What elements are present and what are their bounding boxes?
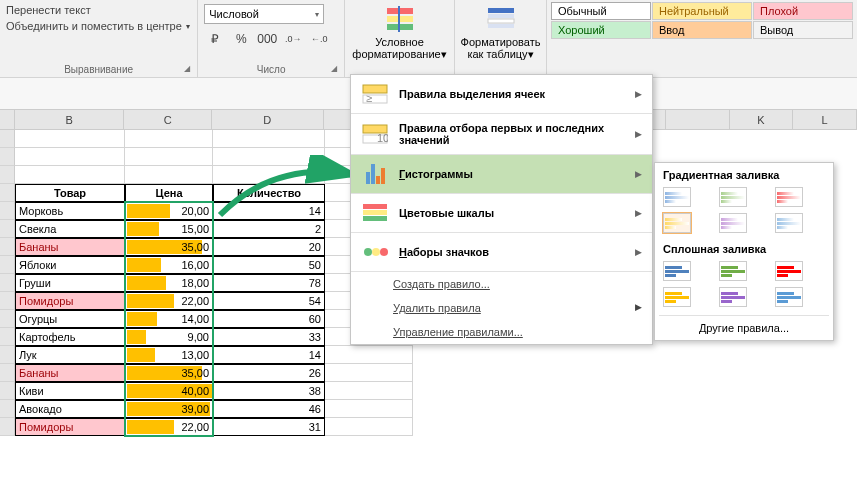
table-row[interactable]: Авокадо39,0046	[0, 400, 857, 418]
cell-product[interactable]: Киви	[15, 382, 125, 400]
col-header-b[interactable]: B	[15, 110, 124, 129]
cell-price[interactable]: 9,00	[125, 328, 213, 346]
other-rules-link[interactable]: Другие правила...	[659, 315, 829, 336]
databar-swatch[interactable]	[663, 187, 691, 207]
cell-price[interactable]: 39,00	[125, 400, 213, 418]
col-header-c[interactable]: C	[124, 110, 212, 129]
table-row[interactable]: Бананы35,0026	[0, 364, 857, 382]
comma-button[interactable]: 000	[256, 28, 278, 50]
table-row[interactable]: Лук13,0014	[0, 346, 857, 364]
cell-price[interactable]: 22,00	[125, 418, 213, 436]
databar-swatch[interactable]	[775, 261, 803, 281]
cell-qty[interactable]: 20	[213, 238, 325, 256]
conditional-formatting-menu: ≥ Правила выделения ячеек ▶ 10 Правила о…	[350, 74, 653, 345]
databar-swatch[interactable]	[775, 287, 803, 307]
cell-qty[interactable]: 26	[213, 364, 325, 382]
submenu-arrow-icon: ▶	[635, 169, 642, 179]
cf-highlight-label: Правила выделения ячеек	[399, 88, 625, 100]
databar-swatch[interactable]	[719, 261, 747, 281]
svg-rect-3	[398, 6, 400, 32]
cell-qty[interactable]: 38	[213, 382, 325, 400]
databar-swatch[interactable]	[663, 287, 691, 307]
cell-product[interactable]: Морковь	[15, 202, 125, 220]
submenu-arrow-icon: ▶	[635, 89, 642, 99]
style-normal[interactable]: Обычный	[551, 2, 651, 20]
currency-button[interactable]: ₽	[204, 28, 226, 50]
cell-product[interactable]: Огурцы	[15, 310, 125, 328]
cell-product[interactable]: Помидоры	[15, 418, 125, 436]
format-as-table-button[interactable]: Форматировать как таблицу▾	[461, 2, 540, 62]
col-header-j[interactable]	[666, 110, 730, 129]
databar-swatch[interactable]	[775, 213, 803, 233]
alignment-group-label: Выравнивание	[0, 64, 197, 75]
cell-qty[interactable]: 54	[213, 292, 325, 310]
alignment-dialog-launcher[interactable]: ◢	[184, 64, 194, 74]
merge-center-button[interactable]: Объединить и поместить в центре ▾	[6, 18, 191, 34]
table-row[interactable]: Помидоры22,0031	[0, 418, 857, 436]
conditional-formatting-button[interactable]: Условное форматирование▾	[351, 2, 448, 62]
number-dialog-launcher[interactable]: ◢	[331, 64, 341, 74]
databar-swatch[interactable]	[719, 213, 747, 233]
cell-price[interactable]: 13,00	[125, 346, 213, 364]
col-header-d[interactable]: D	[212, 110, 323, 129]
number-format-dropdown[interactable]: Числовой ▾	[204, 4, 324, 24]
increase-decimal-button[interactable]: .0→	[282, 28, 304, 50]
table-row[interactable]: Киви40,0038	[0, 382, 857, 400]
databar-swatch[interactable]	[719, 287, 747, 307]
cell-qty[interactable]: 14	[213, 202, 325, 220]
format-as-table-label: Форматировать как таблицу▾	[461, 36, 541, 60]
cf-data-bars[interactable]: Гистограммы ▶	[351, 154, 652, 193]
style-bad[interactable]: Плохой	[753, 2, 853, 20]
style-neutral[interactable]: Нейтральный	[652, 2, 752, 20]
cell-qty[interactable]: 2	[213, 220, 325, 238]
cf-color-scales[interactable]: Цветовые шкалы ▶	[351, 193, 652, 232]
svg-point-17	[364, 248, 372, 256]
cell-price[interactable]: 40,00	[125, 382, 213, 400]
cell-price[interactable]: 18,00	[125, 274, 213, 292]
databar-swatch[interactable]	[719, 187, 747, 207]
cell-price[interactable]: 35,00	[125, 238, 213, 256]
cell-product[interactable]: Бананы	[15, 238, 125, 256]
cell-price[interactable]: 16,00	[125, 256, 213, 274]
style-good[interactable]: Хороший	[551, 21, 651, 39]
cell-price[interactable]: 35,00	[125, 364, 213, 382]
conditional-formatting-label: Условное форматирование▾	[352, 36, 446, 60]
cell-qty[interactable]: 46	[213, 400, 325, 418]
cf-manage-rules[interactable]: Управление правилами...	[351, 320, 652, 344]
cell-price[interactable]: 14,00	[125, 310, 213, 328]
cf-highlight-cells[interactable]: ≥ Правила выделения ячеек ▶	[351, 75, 652, 113]
cell-qty[interactable]: 50	[213, 256, 325, 274]
cell-qty[interactable]: 14	[213, 346, 325, 364]
cell-product[interactable]: Бананы	[15, 364, 125, 382]
cell-product[interactable]: Груши	[15, 274, 125, 292]
cf-new-rule[interactable]: Создать правило...	[351, 271, 652, 296]
cell-product[interactable]: Помидоры	[15, 292, 125, 310]
col-header-k[interactable]: K	[730, 110, 794, 129]
cell-product[interactable]: Яблоки	[15, 256, 125, 274]
cf-top-bottom[interactable]: 10 Правила отбора первых и последних зна…	[351, 113, 652, 154]
cf-clear-rules[interactable]: Удалить правила▶	[351, 296, 652, 320]
cell-product[interactable]: Авокадо	[15, 400, 125, 418]
percent-button[interactable]: %	[230, 28, 252, 50]
wrap-text-button[interactable]: Перенести текст	[6, 2, 191, 18]
cell-qty[interactable]: 60	[213, 310, 325, 328]
cell-qty[interactable]: 33	[213, 328, 325, 346]
cf-icon-sets[interactable]: Наборы значков ▶	[351, 232, 652, 271]
col-header-l[interactable]: L	[793, 110, 857, 129]
cell-product[interactable]: Свекла	[15, 220, 125, 238]
databar-swatch[interactable]	[663, 213, 691, 233]
cell-qty[interactable]: 78	[213, 274, 325, 292]
cell-price[interactable]: 15,00	[125, 220, 213, 238]
cell-product[interactable]: Лук	[15, 346, 125, 364]
cell-product[interactable]: Картофель	[15, 328, 125, 346]
cell-price[interactable]: 22,00	[125, 292, 213, 310]
databar-swatch[interactable]	[775, 187, 803, 207]
decrease-decimal-button[interactable]: ←.0	[308, 28, 330, 50]
style-input[interactable]: Ввод	[652, 21, 752, 39]
databar-swatch[interactable]	[663, 261, 691, 281]
svg-rect-5	[488, 14, 514, 18]
cell-price[interactable]: 20,00	[125, 202, 213, 220]
select-all-corner[interactable]	[0, 110, 15, 129]
style-output[interactable]: Вывод	[753, 21, 853, 39]
cell-qty[interactable]: 31	[213, 418, 325, 436]
